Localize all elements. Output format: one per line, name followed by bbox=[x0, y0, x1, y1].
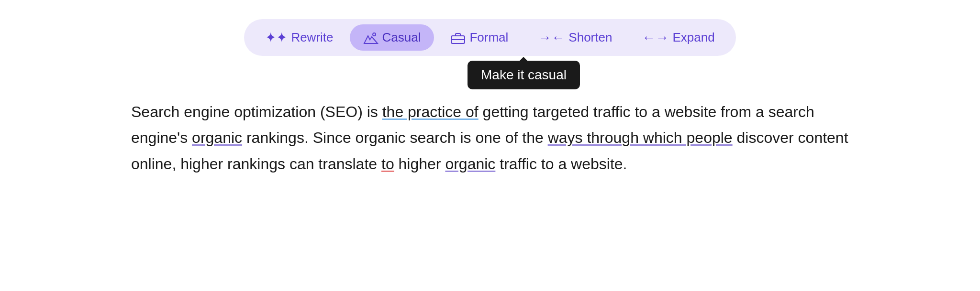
underline-phrase-2: organic bbox=[192, 129, 242, 146]
sparkle-icon: ✦✦ bbox=[265, 30, 287, 45]
expand-button[interactable]: ←→ Expand bbox=[628, 24, 728, 51]
underline-phrase-1: the practice of bbox=[382, 103, 479, 120]
shorten-icon: →← bbox=[538, 30, 565, 45]
underline-phrase-4: to bbox=[381, 155, 394, 172]
mountain-icon bbox=[363, 31, 379, 44]
toolbar: ✦✦ Rewrite Casual Formal →← bbox=[244, 19, 735, 56]
rewrite-label: Rewrite bbox=[291, 30, 333, 45]
rewrite-button[interactable]: ✦✦ Rewrite bbox=[252, 24, 346, 51]
content-area: Search engine optimization (SEO) is the … bbox=[131, 99, 849, 177]
svg-point-0 bbox=[373, 33, 376, 36]
toolbar-wrapper: ✦✦ Rewrite Casual Formal →← bbox=[244, 19, 735, 56]
tooltip-text: Make it casual bbox=[481, 67, 567, 82]
tooltip: Make it casual bbox=[468, 61, 580, 89]
underline-phrase-5: organic bbox=[445, 155, 495, 172]
expand-icon: ←→ bbox=[642, 30, 668, 45]
casual-label: Casual bbox=[382, 30, 421, 45]
formal-button[interactable]: Formal bbox=[437, 24, 522, 51]
casual-button[interactable]: Casual bbox=[350, 24, 434, 51]
formal-label: Formal bbox=[469, 30, 508, 45]
content-paragraph: Search engine optimization (SEO) is the … bbox=[131, 99, 849, 177]
expand-label: Expand bbox=[672, 30, 714, 45]
briefcase-icon bbox=[450, 31, 466, 44]
shorten-button[interactable]: →← Shorten bbox=[524, 24, 625, 51]
shorten-label: Shorten bbox=[568, 30, 612, 45]
underline-phrase-3: ways through which people bbox=[548, 129, 733, 146]
